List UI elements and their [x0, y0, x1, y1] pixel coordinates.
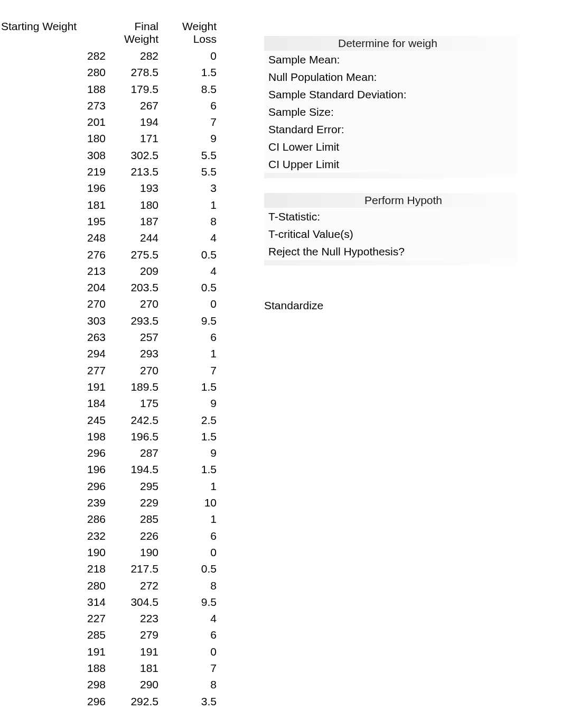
cell-starting-weight: 282 [0, 48, 106, 64]
cell-weight-loss: 0 [158, 544, 217, 560]
cell-starting-weight: 219 [0, 163, 106, 180]
cell-starting-weight: 184 [0, 395, 106, 411]
table-row: 2011947 [0, 114, 217, 130]
cell-starting-weight: 190 [0, 544, 106, 560]
table-row: 276275.50.5 [0, 246, 217, 263]
stat-row: Sample Standard Deviation: [264, 86, 518, 103]
table-row: 1951878 [0, 213, 217, 229]
header-final-weight: Final Weight [106, 20, 158, 45]
table-header-row: Starting Weight Final Weight Weight Loss [0, 20, 217, 48]
cell-final-weight: 193 [106, 180, 158, 196]
cell-weight-loss: 5.5 [158, 147, 217, 163]
cell-final-weight: 242.5 [106, 412, 158, 428]
table-row: 2982908 [0, 676, 217, 693]
stat-row: Reject the Null Hypothesis? [264, 243, 518, 260]
cell-starting-weight: 239 [0, 494, 106, 511]
cell-weight-loss: 9 [158, 445, 217, 461]
cell-weight-loss: 6 [158, 626, 217, 643]
cell-final-weight: 270 [106, 362, 158, 379]
header-weight-loss: Weight Loss [158, 20, 217, 45]
cell-starting-weight: 280 [0, 577, 106, 594]
cell-weight-loss: 8.5 [158, 81, 217, 97]
cell-weight-loss: 5.5 [158, 163, 217, 180]
cell-starting-weight: 196 [0, 180, 106, 196]
cell-starting-weight: 303 [0, 312, 106, 329]
standardize-label: Standardize [264, 280, 518, 312]
table-row: 1961933 [0, 180, 217, 196]
table-row: 2132094 [0, 263, 217, 279]
cell-final-weight: 275.5 [106, 246, 158, 263]
header-starting-weight: Starting Weight [0, 20, 106, 45]
table-row: 2632576 [0, 329, 217, 345]
table-row: 196194.51.5 [0, 461, 217, 477]
cell-weight-loss: 8 [158, 213, 217, 229]
stat-row: Sample Mean: [264, 51, 518, 68]
cell-weight-loss: 8 [158, 577, 217, 594]
cell-final-weight: 187 [106, 213, 158, 229]
cell-weight-loss: 3 [158, 180, 217, 196]
cell-weight-loss: 1.5 [158, 428, 217, 445]
cell-starting-weight: 285 [0, 626, 106, 643]
table-row: 2772707 [0, 362, 217, 379]
cell-final-weight: 292.5 [106, 693, 158, 709]
cell-final-weight: 293 [106, 345, 158, 362]
cell-starting-weight: 227 [0, 610, 106, 626]
table-row: 204203.50.5 [0, 279, 217, 296]
cell-final-weight: 180 [106, 197, 158, 213]
table-row: 2482444 [0, 229, 217, 246]
table-row: 2852796 [0, 626, 217, 643]
table-row: 198196.51.5 [0, 428, 217, 445]
weight-data-table: Starting Weight Final Weight Weight Loss… [0, 20, 217, 709]
cell-starting-weight: 188 [0, 81, 106, 97]
cell-starting-weight: 314 [0, 594, 106, 610]
table-row: 1911910 [0, 643, 217, 660]
cell-starting-weight: 286 [0, 511, 106, 527]
table-row: 2802728 [0, 577, 217, 594]
cell-final-weight: 203.5 [106, 279, 158, 296]
cell-weight-loss: 1.5 [158, 379, 217, 395]
cell-weight-loss: 6 [158, 97, 217, 114]
table-row: 2272234 [0, 610, 217, 626]
cell-weight-loss: 2.5 [158, 412, 217, 428]
table-row: 2322266 [0, 528, 217, 544]
cell-final-weight: 287 [106, 445, 158, 461]
cell-weight-loss: 0.5 [158, 279, 217, 296]
stat-row: T-Statistic: [264, 208, 518, 225]
stat-row: Standard Error: [264, 121, 518, 138]
cell-final-weight: 244 [106, 229, 158, 246]
cell-starting-weight: 248 [0, 229, 106, 246]
table-row: 1881817 [0, 660, 217, 676]
cell-weight-loss: 9 [158, 130, 217, 146]
cell-starting-weight: 308 [0, 147, 106, 163]
cell-weight-loss: 0 [158, 643, 217, 660]
stat-row: CI Upper Limit [264, 155, 518, 173]
table-row: 296292.53.5 [0, 693, 217, 709]
table-row: 23922910 [0, 494, 217, 511]
cell-starting-weight: 273 [0, 97, 106, 114]
cell-final-weight: 229 [106, 494, 158, 511]
table-row: 2942931 [0, 345, 217, 362]
cell-weight-loss: 1 [158, 511, 217, 527]
cell-starting-weight: 298 [0, 676, 106, 693]
cell-final-weight: 278.5 [106, 64, 158, 80]
cell-final-weight: 290 [106, 676, 158, 693]
cell-final-weight: 293.5 [106, 312, 158, 329]
cell-weight-loss: 4 [158, 229, 217, 246]
cell-final-weight: 181 [106, 660, 158, 676]
section-hypothesis: Perform Hypoth T-Statistic:T-critical Va… [264, 193, 518, 265]
cell-weight-loss: 6 [158, 329, 217, 345]
cell-final-weight: 285 [106, 511, 158, 527]
cell-weight-loss: 0.5 [158, 246, 217, 263]
cell-starting-weight: 296 [0, 445, 106, 461]
cell-final-weight: 302.5 [106, 147, 158, 163]
cell-weight-loss: 0 [158, 48, 217, 64]
cell-final-weight: 189.5 [106, 379, 158, 395]
cell-weight-loss: 9 [158, 395, 217, 411]
cell-weight-loss: 3.5 [158, 693, 217, 709]
table-row: 2822820 [0, 48, 217, 64]
cell-starting-weight: 181 [0, 197, 106, 213]
table-row: 245242.52.5 [0, 412, 217, 428]
cell-final-weight: 194.5 [106, 461, 158, 477]
cell-starting-weight: 280 [0, 64, 106, 80]
table-row: 303293.59.5 [0, 312, 217, 329]
